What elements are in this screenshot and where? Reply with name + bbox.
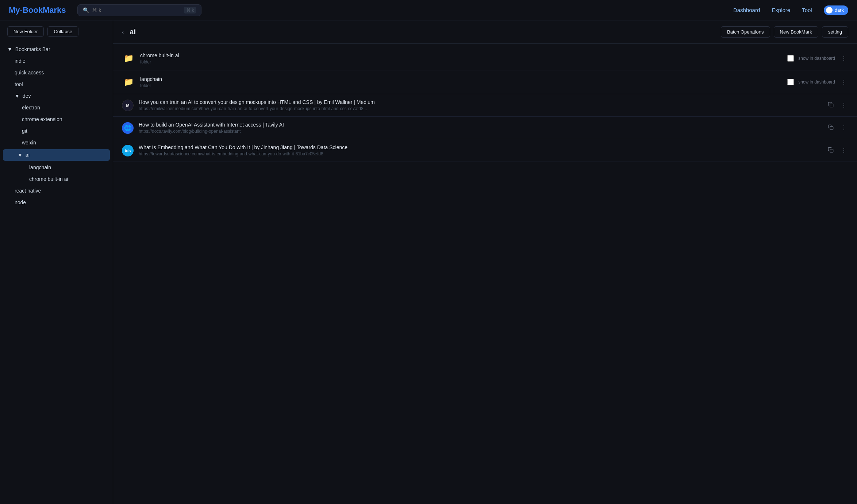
sidebar-item-tool[interactable]: tool: [0, 78, 113, 90]
app-logo: My-BookMarks: [9, 5, 66, 15]
copy-button[interactable]: [826, 100, 835, 110]
bookmark-meta: ⋮: [826, 123, 848, 133]
show-dashboard-label: show in dashboard: [798, 56, 835, 61]
chevron-down-icon: ▼: [18, 152, 23, 158]
copy-button[interactable]: [826, 146, 835, 155]
collapse-button[interactable]: Collapse: [47, 26, 78, 37]
sidebar-item-label: tool: [15, 81, 105, 87]
app-header: My-BookMarks 🔍 ⌘ k Dashboard Explore Too…: [0, 0, 857, 20]
more-options-button[interactable]: ⋮: [839, 100, 848, 110]
folder-icon-container: 📁: [122, 52, 135, 65]
sidebar: New Folder Collapse ▼ Bookmarks Bar indi…: [0, 20, 113, 504]
bookmark-info: How to build an OpenAI Assistant with In…: [139, 122, 821, 134]
bookmark-list: 📁 chrome built-in ai folder show in dash…: [113, 44, 857, 504]
bookmark-meta: show in dashboard ⋮: [787, 54, 848, 63]
batch-operations-button[interactable]: Batch Operations: [721, 26, 770, 38]
sidebar-item-ai[interactable]: ▼ ai: [3, 149, 110, 161]
sidebar-item-label: node: [15, 199, 105, 205]
bookmark-info: langchain folder: [140, 76, 782, 88]
sidebar-item-electron[interactable]: electron: [0, 102, 113, 113]
more-options-button[interactable]: ⋮: [839, 54, 848, 63]
sidebar-item-bookmarks-bar[interactable]: ▼ Bookmarks Bar: [0, 43, 113, 55]
new-folder-button[interactable]: New Folder: [7, 26, 44, 37]
bookmark-item[interactable]: 🌐 How to build an OpenAI Assistant with …: [113, 117, 857, 139]
theme-toggle-dot: [826, 7, 833, 13]
sidebar-item-label: weixin: [22, 140, 105, 146]
bookmark-subtitle: folder: [140, 83, 782, 88]
sidebar-item-react-native[interactable]: react native: [0, 185, 113, 197]
sidebar-item-dev[interactable]: ▼ dev: [0, 90, 113, 102]
chevron-down-icon: ▼: [7, 46, 12, 52]
sidebar-item-weixin[interactable]: weixin: [0, 137, 113, 148]
svg-rect-1: [830, 127, 833, 130]
bookmark-subtitle: folder: [140, 59, 782, 65]
show-dashboard-checkbox[interactable]: [787, 79, 794, 85]
header-nav: Dashboard Explore Tool dark: [733, 5, 848, 15]
content-header: ‹ ai Batch Operations New BookMark setti…: [113, 20, 857, 44]
sidebar-actions: New Folder Collapse: [0, 20, 113, 43]
bookmark-title: How you can train an AI to convert your …: [139, 99, 821, 105]
sidebar-item-quick-access[interactable]: quick access: [0, 67, 113, 78]
nav-explore[interactable]: Explore: [772, 7, 790, 13]
site-favicon: 🌐: [122, 122, 134, 134]
bookmark-title: What Is Embedding and What Can You Do wi…: [139, 144, 821, 150]
new-bookmark-button[interactable]: New BookMark: [774, 26, 818, 38]
bookmark-title: chrome built-in ai: [140, 53, 782, 58]
svg-rect-0: [830, 104, 833, 107]
folder-icon: 📁: [124, 77, 134, 87]
bookmark-url: https://towardsdatascience.com/what-is-e…: [139, 151, 821, 156]
bookmark-info: chrome built-in ai folder: [140, 53, 782, 65]
bookmark-title: langchain: [140, 76, 782, 82]
sidebar-item-git[interactable]: git: [0, 125, 113, 137]
sidebar-item-node[interactable]: node: [0, 197, 113, 208]
sidebar-item-label: react native: [15, 188, 105, 194]
more-options-button[interactable]: ⋮: [839, 146, 848, 155]
search-input[interactable]: [92, 7, 181, 13]
search-shortcut: ⌘ k: [184, 7, 196, 13]
sidebar-item-indie[interactable]: indie: [0, 55, 113, 67]
bookmark-meta: show in dashboard ⋮: [787, 77, 848, 87]
sidebar-item-label: dev: [23, 93, 31, 99]
nav-dashboard[interactable]: Dashboard: [733, 7, 760, 13]
bookmark-item[interactable]: 📁 langchain folder show in dashboard ⋮: [113, 70, 857, 94]
sidebar-item-label: langchain: [29, 164, 105, 170]
sidebar-item-label: ai: [26, 152, 30, 158]
folder-icon-container: 📁: [122, 75, 135, 89]
sidebar-item-langchain[interactable]: langchain: [0, 162, 113, 173]
more-options-button[interactable]: ⋮: [839, 123, 848, 133]
show-dashboard-label: show in dashboard: [798, 80, 835, 85]
show-dashboard-checkbox[interactable]: [787, 55, 794, 62]
setting-button[interactable]: setting: [822, 26, 848, 38]
copy-button[interactable]: [826, 123, 835, 133]
theme-label: dark: [835, 7, 844, 13]
sidebar-item-label: indie: [15, 58, 105, 64]
sidebar-item-label: chrome built-in ai: [29, 176, 105, 182]
sidebar-item-label: quick access: [15, 70, 105, 75]
nav-tool[interactable]: Tool: [802, 7, 812, 13]
more-options-button[interactable]: ⋮: [839, 77, 848, 87]
bookmark-meta: ⋮: [826, 146, 848, 155]
page-title: ai: [130, 28, 715, 36]
main-layout: New Folder Collapse ▼ Bookmarks Bar indi…: [0, 20, 857, 504]
sidebar-item-label: git: [22, 128, 105, 134]
sidebar-item-label: chrome extension: [22, 116, 105, 122]
bookmark-meta: ⋮: [826, 100, 848, 110]
sidebar-item-chrome-extension[interactable]: chrome extension: [0, 113, 113, 125]
search-bar[interactable]: 🔍 ⌘ k: [77, 4, 201, 16]
bookmarks-bar-section: ▼ Bookmarks Bar indie quick access tool …: [0, 43, 113, 209]
theme-toggle[interactable]: dark: [824, 5, 848, 15]
sidebar-item-label: electron: [22, 105, 105, 111]
search-icon: 🔍: [83, 7, 89, 13]
main-content: ‹ ai Batch Operations New BookMark setti…: [113, 20, 857, 504]
bookmark-info: What Is Embedding and What Can You Do wi…: [139, 144, 821, 156]
back-button[interactable]: ‹: [122, 29, 124, 35]
bookmark-info: How you can train an AI to convert your …: [139, 99, 821, 111]
svg-rect-2: [830, 149, 833, 152]
content-actions: Batch Operations New BookMark setting: [721, 26, 848, 38]
bookmark-item[interactable]: tds What Is Embedding and What Can You D…: [113, 139, 857, 162]
bookmark-url: https://emilwallner.medium.com/how-you-c…: [139, 106, 821, 111]
site-favicon: tds: [122, 145, 134, 156]
bookmark-item[interactable]: M How you can train an AI to convert you…: [113, 94, 857, 117]
sidebar-item-chrome-built-in-ai[interactable]: chrome built-in ai: [0, 173, 113, 185]
bookmark-item[interactable]: 📁 chrome built-in ai folder show in dash…: [113, 47, 857, 70]
